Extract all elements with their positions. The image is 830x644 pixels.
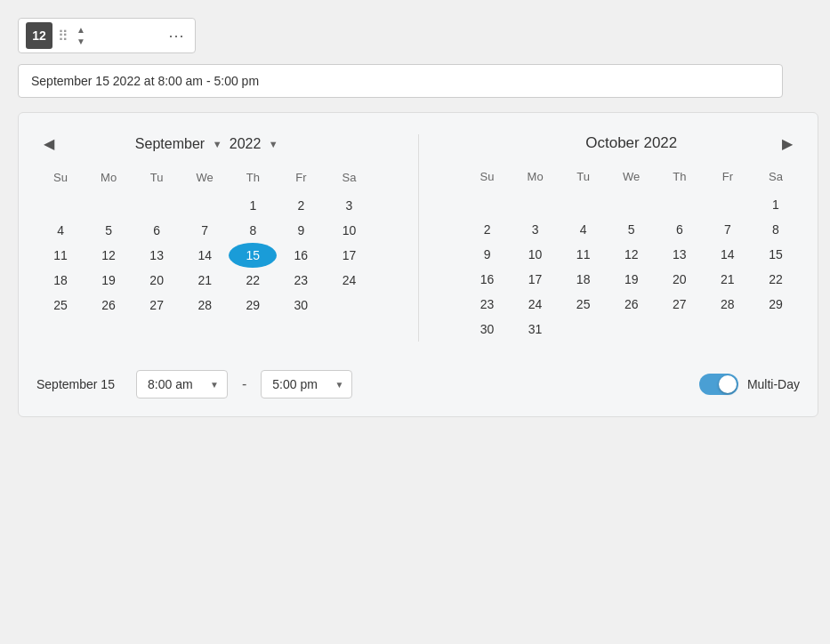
calendar-day[interactable]: 17 [325,243,373,268]
calendar-day[interactable]: 24 [512,292,560,317]
calendar-week-row: 45678910 [36,218,374,243]
calendar-day[interactable]: 17 [512,267,560,292]
calendar-day [85,193,133,218]
start-time-select[interactable]: 12:00 am1:00 am2:00 am3:00 am4:00 am5:00… [136,370,228,398]
calendar-week-row: 252627282930 [36,293,374,318]
toolbar: 12 ⠿ ▲ ▼ ⋯ [18,18,196,53]
drag-handle[interactable]: ⠿ [58,28,68,44]
toggle-knob [719,375,737,393]
calendar-day[interactable]: 18 [36,268,85,293]
stepper[interactable]: ▲ ▼ [74,25,88,47]
multiday-label: Multi-Day [747,377,800,391]
calendar-week-row: 18192021222324 [36,268,374,293]
calendar-day[interactable]: 5 [85,218,133,243]
calendar-day[interactable]: 30 [277,293,325,318]
calendar-day [656,317,704,342]
end-time-wrapper: 12:00 am1:00 am2:00 am3:00 am4:00 am5:00… [261,370,352,398]
calendar-day [704,192,752,217]
calendar-day[interactable]: 22 [752,267,800,292]
calendar-day[interactable]: 14 [704,242,752,267]
calendar-day[interactable]: 18 [560,267,608,292]
calendar-day[interactable]: 11 [560,242,608,267]
calendar-day [181,193,229,218]
calendar-day[interactable]: 26 [608,292,656,317]
calendar-day[interactable]: 20 [133,268,181,293]
calendar-day[interactable]: 1 [752,192,800,217]
calendar-day[interactable]: 14 [181,243,229,268]
calendar-day[interactable]: 19 [85,268,133,293]
calendar-day[interactable]: 7 [181,218,229,243]
calendar-day[interactable]: 22 [229,268,277,293]
calendar-day[interactable]: 4 [560,217,608,242]
calendar-day[interactable]: 28 [181,293,229,318]
calendar-day[interactable]: 15 [752,242,800,267]
calendar-day[interactable]: 23 [463,292,512,317]
year-select-left[interactable]: 2020202120222023 [226,134,265,153]
calendar-day[interactable]: 27 [656,292,704,317]
prev-month-button[interactable]: ◀ [36,132,61,156]
calendar-day[interactable]: 3 [325,193,373,218]
calendar-day[interactable]: 8 [229,218,277,243]
calendar-day[interactable]: 21 [181,268,229,293]
calendar-week-row: 16171819202122 [463,267,801,292]
calendar-day[interactable]: 2 [463,217,512,242]
calendar-day[interactable]: 19 [608,267,656,292]
calendar-day[interactable]: 25 [36,293,85,318]
more-button[interactable]: ⋯ [165,24,188,47]
calendar-week-row: 3031 [463,317,801,342]
calendar-day[interactable]: 12 [608,242,656,267]
stepper-down[interactable]: ▼ [74,36,88,47]
calendar-day[interactable]: 10 [325,218,373,243]
calendar-week-row: 1 [463,192,801,217]
calendar-day[interactable]: 9 [463,242,512,267]
calendar-day[interactable]: 2 [277,193,325,218]
time-separator: - [238,376,250,392]
right-month-year-label: October 2022 [585,134,677,152]
calendar-day[interactable]: 29 [752,292,800,317]
calendar-day[interactable]: 24 [325,268,373,293]
calendar-day[interactable]: 5 [608,217,656,242]
calendar-day [608,192,656,217]
calendar-week-row: 11121314151617 [36,243,374,268]
date-input[interactable] [18,64,783,98]
calendar-day[interactable]: 15 [229,243,277,268]
calendar-number: 12 [32,28,46,43]
calendar-day[interactable]: 1 [229,193,277,218]
calendar-day[interactable]: 13 [133,243,181,268]
weekday-header: Th [229,167,277,193]
calendar-day [512,192,560,217]
calendar-day[interactable]: 25 [560,292,608,317]
next-month-button[interactable]: ▶ [775,132,800,156]
calendar-day[interactable]: 21 [704,267,752,292]
calendar-day[interactable]: 13 [656,242,704,267]
calendar-day[interactable]: 3 [512,217,560,242]
calendar-day[interactable]: 9 [277,218,325,243]
calendar-divider [418,134,419,342]
end-time-select[interactable]: 12:00 am1:00 am2:00 am3:00 am4:00 am5:00… [261,370,352,398]
calendar-day[interactable]: 20 [656,267,704,292]
weekday-header: Mo [512,166,560,192]
calendar-day[interactable]: 4 [36,218,85,243]
calendar-day[interactable]: 29 [229,293,277,318]
calendar-day[interactable]: 28 [704,292,752,317]
calendar-day[interactable]: 16 [277,243,325,268]
calendar-day[interactable]: 7 [704,217,752,242]
month-select-left[interactable]: JanuaryFebruaryMarch AprilMayJune JulyAu… [132,134,209,153]
calendar-day[interactable]: 26 [85,293,133,318]
calendar-day[interactable]: 31 [512,317,560,342]
calendar-day[interactable]: 10 [512,242,560,267]
calendar-day[interactable]: 6 [656,217,704,242]
bottom-bar: September 15 12:00 am1:00 am2:00 am3:00 … [36,359,800,398]
calendar-day[interactable]: 11 [36,243,85,268]
calendar-day[interactable]: 6 [133,218,181,243]
calendar-day [752,317,800,342]
calendar-day[interactable]: 16 [463,267,512,292]
calendar-day[interactable]: 8 [752,217,800,242]
calendar-day[interactable]: 27 [133,293,181,318]
calendar-day[interactable]: 23 [277,268,325,293]
calendar-day[interactable]: 30 [463,317,512,342]
weekday-header: Sa [325,167,373,193]
stepper-up[interactable]: ▲ [74,25,88,36]
multiday-toggle[interactable] [699,374,738,395]
calendar-day[interactable]: 12 [85,243,133,268]
